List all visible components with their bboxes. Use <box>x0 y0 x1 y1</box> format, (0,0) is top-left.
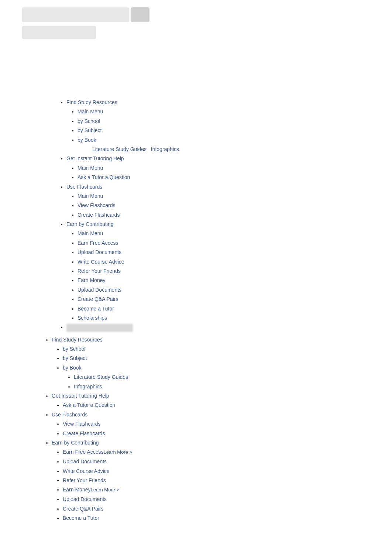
flashcards-header[interactable]: Use Flashcards <box>66 183 370 191</box>
main-earn-money[interactable]: Earn MoneyLearn More > <box>63 485 370 494</box>
main-write-course[interactable]: Write Course Advice <box>63 467 370 475</box>
main-tutoring-sub: Ask a Tutor a Question <box>52 401 370 409</box>
main-by-subject-link[interactable]: by Subject <box>63 355 87 361</box>
top-ask-tutor-link[interactable]: Ask a Tutor a Question <box>78 174 130 180</box>
main-infographics-link[interactable]: Infographics <box>74 384 102 389</box>
top-earn-money-item[interactable]: Earn Money <box>78 276 370 284</box>
main-by-subject[interactable]: by Subject <box>63 354 370 362</box>
top-nav-dropdown: Find Study Resources Main Menu by School… <box>22 98 370 332</box>
top-create-flashcards-item[interactable]: Create Flashcards <box>78 211 370 219</box>
top-scholarships-item[interactable]: Scholarships <box>78 314 370 322</box>
top-create-flashcards-link[interactable]: Create Flashcards <box>78 212 120 218</box>
top-find-main-menu-item[interactable]: Main Menu <box>78 107 370 116</box>
main-by-book-sub: Literature Study Guides Infographics <box>63 373 370 391</box>
top-refer-friends-item[interactable]: Refer Your Friends <box>78 267 370 275</box>
top-tutoring-main-link[interactable]: Main Menu <box>78 165 103 171</box>
main-by-school-link[interactable]: by School <box>63 346 85 352</box>
top-earn-main-item[interactable]: Main Menu <box>78 229 370 237</box>
main-earn-link[interactable]: Earn by Contributing <box>52 440 99 446</box>
earn-header[interactable]: Earn by Contributing <box>66 220 370 228</box>
top-lit-guides-link[interactable]: Literature Study Guides <box>92 146 147 152</box>
top-infographics-link[interactable]: Infographics <box>151 146 179 152</box>
learn-more-2-link[interactable]: Learn More > <box>90 487 119 492</box>
main-upload-docs-2-link[interactable]: Upload Documents <box>63 496 107 502</box>
main-by-book-link[interactable]: by Book <box>63 365 82 371</box>
main-flashcards[interactable]: Use Flashcards View Flashcards Create Fl… <box>52 411 370 437</box>
top-nav-earn: Earn by Contributing Main Menu Earn Free… <box>66 220 370 322</box>
top-upload-docs-2-item[interactable]: Upload Documents <box>78 286 370 294</box>
top-view-flashcards-item[interactable]: View Flashcards <box>78 201 370 209</box>
main-flashcards-link[interactable]: Use Flashcards <box>52 412 87 418</box>
top-flashcards-main-item[interactable]: Main Menu <box>78 192 370 200</box>
main-lit-guides-link[interactable]: Literature Study Guides <box>74 374 128 380</box>
top-earn-free-access-link[interactable]: Earn Free Access <box>78 240 118 246</box>
main-earn-money-link[interactable]: Earn Money <box>63 487 90 492</box>
main-upload-docs[interactable]: Upload Documents <box>63 457 370 466</box>
learn-more-1-link[interactable]: Learn More > <box>104 449 133 455</box>
top-earn-main-link[interactable]: Main Menu <box>78 230 103 236</box>
top-nav-flashcards: Use Flashcards Main Menu View Flashcards… <box>66 183 370 219</box>
top-upload-docs-2-link[interactable]: Upload Documents <box>78 287 121 293</box>
main-view-flashcards-link[interactable]: View Flashcards <box>63 421 100 427</box>
top-view-flashcards-link[interactable]: View Flashcards <box>78 202 115 208</box>
top-tutoring-main-item[interactable]: Main Menu <box>78 164 370 172</box>
main-refer-friends[interactable]: Refer Your Friends <box>63 476 370 484</box>
main-earn[interactable]: Earn by Contributing Earn Free AccessLea… <box>52 439 370 522</box>
top-earn-free-access-item[interactable]: Earn Free Access <box>78 239 370 247</box>
top-earn-money-link[interactable]: Earn Money <box>78 277 105 283</box>
main-tutoring[interactable]: Get Instant Tutoring Help Ask a Tutor a … <box>52 392 370 409</box>
main-tutoring-link[interactable]: Get Instant Tutoring Help <box>52 393 109 399</box>
top-by-book-item[interactable]: by Book Literature Study Guides Infograp… <box>78 136 370 154</box>
main-find-study[interactable]: Find Study Resources by School by Subjec… <box>52 336 370 391</box>
main-ask-tutor-link[interactable]: Ask a Tutor a Question <box>63 402 115 408</box>
top-write-course-link[interactable]: Write Course Advice <box>78 259 124 265</box>
main-lit-guides[interactable]: Literature Study Guides <box>74 373 370 381</box>
top-lit-guides-item[interactable]: Literature Study Guides Infographics <box>92 145 370 153</box>
search-bar[interactable] <box>22 7 129 22</box>
flashcards-submenu: Main Menu View Flashcards Create Flashca… <box>66 192 370 219</box>
top-become-tutor-item[interactable]: Become a Tutor <box>78 305 370 313</box>
top-by-book-link[interactable]: by Book <box>78 137 96 143</box>
top-scholarships-link[interactable]: Scholarships <box>78 315 107 321</box>
main-find-study-sub: by School by Subject by Book Literature … <box>52 345 370 391</box>
main-view-flashcards[interactable]: View Flashcards <box>63 420 370 428</box>
top-refer-friends-link[interactable]: Refer Your Friends <box>78 268 121 274</box>
top-nav-list: Find Study Resources Main Menu by School… <box>59 98 370 332</box>
top-flashcards-main-link[interactable]: Main Menu <box>78 193 103 199</box>
top-by-school-item[interactable]: by School <box>78 117 370 125</box>
main-create-qa[interactable]: Create Q&A Pairs <box>63 505 370 513</box>
main-upload-docs-2[interactable]: Upload Documents <box>63 495 370 503</box>
by-book-submenu: Literature Study Guides Infographics <box>78 145 370 153</box>
top-find-main-menu-link[interactable]: Main Menu <box>78 109 103 114</box>
main-create-qa-link[interactable]: Create Q&A Pairs <box>63 506 104 512</box>
main-create-flashcards[interactable]: Create Flashcards <box>63 429 370 437</box>
top-ask-tutor-item[interactable]: Ask a Tutor a Question <box>78 173 370 181</box>
main-become-tutor[interactable]: Become a Tutor <box>63 514 370 522</box>
main-by-book[interactable]: by Book Literature Study Guides Infograp… <box>63 364 370 391</box>
main-create-flashcards-link[interactable]: Create Flashcards <box>63 430 105 436</box>
top-become-tutor-link[interactable]: Become a Tutor <box>78 306 114 312</box>
main-refer-friends-link[interactable]: Refer Your Friends <box>63 477 106 483</box>
top-by-subject-item[interactable]: by Subject <box>78 126 370 134</box>
top-upload-docs-item[interactable]: Upload Documents <box>78 248 370 256</box>
main-write-course-link[interactable]: Write Course Advice <box>63 468 110 474</box>
main-become-tutor-link[interactable]: Become a Tutor <box>63 515 99 521</box>
main-earn-free-access[interactable]: Earn Free AccessLearn More > <box>63 448 370 456</box>
find-study-link[interactable]: Find Study Resources <box>66 99 117 105</box>
main-flashcards-sub: View Flashcards Create Flashcards <box>52 420 370 437</box>
main-infographics[interactable]: Infographics <box>74 382 370 391</box>
blurred-content <box>66 324 133 332</box>
top-nav-tutoring: Get Instant Tutoring Help Main Menu Ask … <box>66 154 370 181</box>
top-upload-docs-link[interactable]: Upload Documents <box>78 249 121 255</box>
top-by-subject-link[interactable]: by Subject <box>78 127 102 133</box>
main-find-study-link[interactable]: Find Study Resources <box>52 337 103 343</box>
top-write-course-item[interactable]: Write Course Advice <box>78 258 370 266</box>
main-earn-free-access-link[interactable]: Earn Free Access <box>63 449 104 455</box>
main-by-school[interactable]: by School <box>63 345 370 353</box>
tutoring-header[interactable]: Get Instant Tutoring Help <box>66 154 370 162</box>
top-create-qa-item[interactable]: Create Q&A Pairs <box>78 295 370 303</box>
main-upload-docs-link[interactable]: Upload Documents <box>63 459 107 464</box>
top-by-school-link[interactable]: by School <box>78 118 100 124</box>
main-ask-tutor[interactable]: Ask a Tutor a Question <box>63 401 370 409</box>
top-create-qa-link[interactable]: Create Q&A Pairs <box>78 296 118 302</box>
